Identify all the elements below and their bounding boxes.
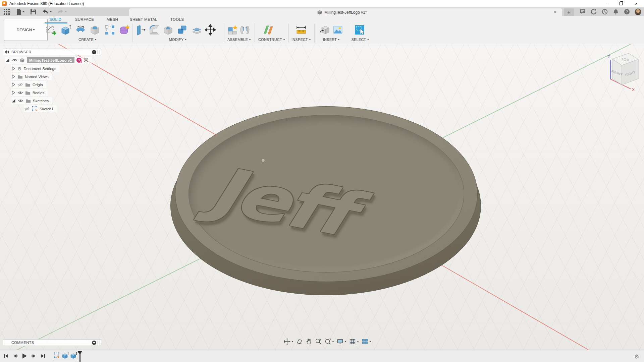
insert-canvas-button[interactable] — [331, 23, 344, 36]
file-menu-button[interactable] — [15, 7, 26, 16]
timeline-step-forward-button[interactable] — [31, 353, 37, 359]
browser-item-root[interactable]: MillingTest-JeffLogo v1 J — [5, 57, 92, 64]
minimize-button[interactable] — [598, 0, 613, 7]
comments-panel-header[interactable]: COMMENTS — [3, 339, 101, 346]
browser-item-sketches[interactable]: Sketches — [11, 97, 52, 104]
panel-minus-button[interactable] — [92, 50, 96, 54]
notifications-button[interactable] — [612, 8, 619, 15]
visibility-eye-icon[interactable] — [18, 99, 23, 103]
comments-bubble-button[interactable] — [579, 8, 586, 15]
panel-plus-button[interactable] — [92, 341, 96, 345]
restore-button[interactable] — [613, 0, 629, 7]
browser-panel-header[interactable]: BROWSER — [3, 49, 101, 55]
browser-item-named-views[interactable]: Named Views — [11, 73, 52, 80]
profile-button[interactable] — [635, 8, 641, 15]
save-button[interactable] — [29, 7, 38, 16]
rectangular-pattern-button[interactable] — [103, 23, 116, 36]
document-tab-close-button[interactable]: × — [552, 9, 558, 15]
visibility-eye-off-icon[interactable] — [17, 83, 23, 86]
design-workspace-menu[interactable]: DESIGN — [4, 19, 48, 41]
browser-item-bodies[interactable]: Bodies — [11, 89, 48, 96]
collapsed-triangle-icon[interactable] — [11, 90, 15, 95]
job-status-button[interactable] — [601, 8, 608, 15]
display-settings-caret[interactable] — [344, 341, 346, 342]
display-settings-button[interactable] — [335, 337, 348, 346]
measure-button[interactable] — [295, 23, 308, 36]
timeline-play-button[interactable] — [21, 353, 28, 359]
create-form-button[interactable] — [118, 23, 131, 36]
look-at-button[interactable] — [295, 337, 304, 346]
press-pull-button[interactable] — [135, 23, 147, 36]
combine-button[interactable] — [176, 23, 189, 36]
browser-item-document-settings[interactable]: ⚙ Document Settings — [11, 65, 60, 72]
visibility-eye-icon[interactable] — [12, 58, 17, 62]
extrude-button[interactable] — [59, 23, 72, 36]
panel-grip[interactable] — [98, 341, 100, 345]
close-button[interactable]: × — [629, 0, 644, 7]
tab-mesh[interactable]: MESH — [107, 17, 118, 21]
grid-display-button[interactable] — [348, 337, 360, 346]
create-sketch-button[interactable] — [45, 23, 57, 36]
joint-button[interactable] — [238, 23, 251, 36]
group-label-create[interactable]: CREATE — [78, 38, 97, 42]
visibility-eye-icon[interactable] — [17, 91, 23, 95]
orbit-caret[interactable] — [291, 341, 293, 342]
redo-button[interactable] — [55, 7, 68, 16]
document-tab[interactable]: MillingTest-JeffLogo v1* × — [129, 8, 562, 16]
expanded-triangle-icon[interactable] — [11, 99, 16, 103]
group-label-assemble[interactable]: ASSEMBLE — [227, 38, 251, 42]
tab-solid[interactable]: SOLID — [49, 17, 61, 21]
timeline-go-to-start-button[interactable] — [3, 353, 9, 359]
construction-plane-button[interactable] — [262, 23, 275, 36]
group-label-construct[interactable]: CONSTRUCT — [258, 38, 285, 42]
timeline-feature-sketch1[interactable] — [53, 352, 60, 359]
panel-grip[interactable] — [98, 50, 100, 54]
viewports-button[interactable] — [360, 337, 373, 346]
tab-sheet-metal[interactable]: SHEET METAL — [130, 17, 157, 21]
fit-caret[interactable] — [332, 341, 334, 342]
new-tab-button[interactable]: + — [564, 8, 574, 16]
shell-button[interactable] — [162, 23, 175, 36]
expanded-triangle-icon[interactable] — [5, 58, 10, 62]
split-body-button[interactable] — [191, 23, 203, 36]
app-grid-button[interactable] — [2, 7, 11, 16]
collapse-panel-icon[interactable] — [5, 50, 9, 54]
pan-button[interactable] — [304, 337, 314, 346]
help-button[interactable]: ? — [624, 8, 630, 15]
timeline-step-back-button[interactable] — [12, 353, 18, 359]
browser-root-label[interactable]: MillingTest-JeffLogo v1 — [27, 57, 74, 63]
collapsed-triangle-icon[interactable] — [11, 82, 15, 87]
hole-button[interactable] — [89, 23, 102, 36]
browser-item-origin[interactable]: Origin — [11, 81, 46, 88]
timeline-feature-extrude2[interactable] — [70, 352, 77, 359]
undo-button[interactable] — [40, 7, 53, 16]
group-label-inspect[interactable]: INSPECT — [291, 38, 311, 42]
timeline-feature-extrude1[interactable] — [61, 352, 69, 359]
new-component-button[interactable] — [226, 23, 239, 36]
timeline-playhead-marker[interactable] — [77, 351, 82, 361]
tab-tools[interactable]: TOOLS — [170, 17, 184, 21]
group-label-insert[interactable]: INSERT — [323, 38, 340, 42]
group-label-select[interactable]: SELECT — [352, 38, 369, 42]
orbit-button[interactable] — [282, 337, 295, 346]
select-button[interactable] — [353, 23, 366, 36]
view-cube[interactable]: TOP FRONT RIGHT Z X — [603, 49, 644, 92]
collapsed-triangle-icon[interactable] — [11, 74, 15, 79]
derive-button[interactable] — [318, 23, 331, 36]
3d-viewport[interactable]: Jeff — [0, 44, 644, 362]
fit-button[interactable] — [323, 337, 335, 346]
preferences-gear-icon[interactable]: ⚙ — [634, 354, 639, 360]
revolve-button[interactable] — [74, 23, 87, 36]
activate-component-icon[interactable] — [84, 58, 89, 63]
grid-display-caret[interactable] — [357, 341, 359, 342]
move-copy-button[interactable] — [204, 23, 217, 36]
visibility-eye-off-icon[interactable] — [24, 107, 30, 111]
collapsed-triangle-icon[interactable] — [11, 66, 15, 71]
extensions-button[interactable] — [590, 8, 597, 15]
fillet-button[interactable] — [148, 23, 161, 36]
zoom-button[interactable] — [314, 337, 323, 346]
tab-surface[interactable]: SURFACE — [75, 17, 94, 21]
browser-item-sketch1[interactable]: Sketch1 — [24, 105, 57, 112]
viewports-caret[interactable] — [369, 341, 371, 342]
group-label-modify[interactable]: MODIFY — [169, 38, 187, 42]
